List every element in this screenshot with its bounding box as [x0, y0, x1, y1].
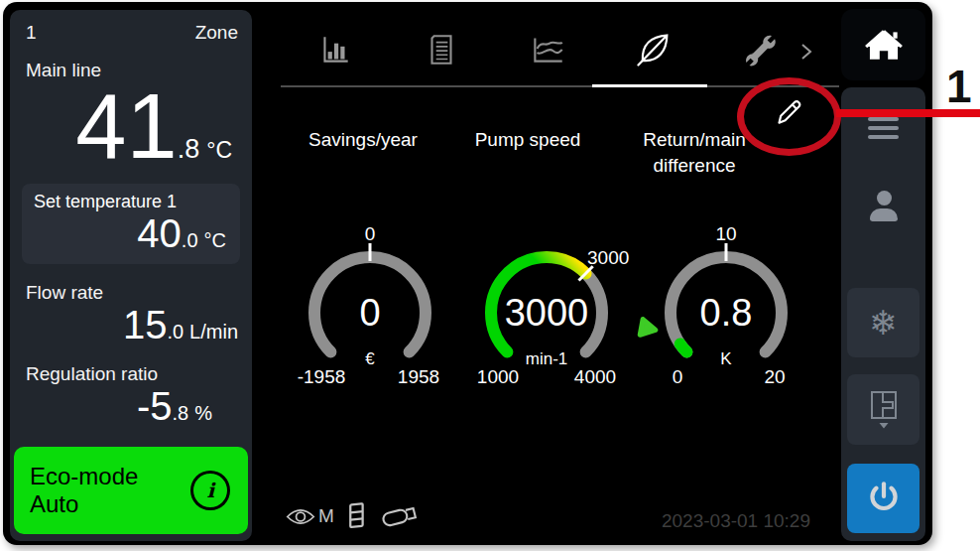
- main-line-dec: .8: [178, 134, 200, 165]
- chevron-right-icon: [799, 42, 813, 62]
- zones-button[interactable]: [847, 374, 919, 445]
- report-icon: [423, 31, 460, 69]
- main-line-value: 41 .8 °C: [26, 83, 238, 170]
- tab-report[interactable]: [422, 29, 461, 70]
- wrench-icon: [742, 32, 778, 68]
- eco-mode-button[interactable]: Eco-mode Auto i: [14, 447, 248, 534]
- regulation-ratio-int: -5: [137, 385, 173, 427]
- monitor-letter: M: [318, 505, 334, 527]
- regulation-ratio-value: -5 .8 %: [26, 385, 238, 427]
- tab-statistics[interactable]: [315, 29, 355, 70]
- gauge-pump-speed-value: 3000: [462, 292, 631, 335]
- zone-number: 1: [26, 22, 37, 44]
- gauge-pump-speed-marker-label: 3000: [587, 247, 629, 269]
- info-icon[interactable]: i: [190, 471, 230, 510]
- gauge-savings-max: 1958: [384, 366, 453, 388]
- chevron-down-icon: [879, 423, 888, 429]
- gauge-return-main-value: 0.8: [642, 292, 810, 335]
- gauge-pump-speed: 3000 3000 min-1 1000 4000: [462, 221, 631, 388]
- monitoring-indicator: M: [286, 505, 334, 527]
- menu-icon: [868, 117, 899, 121]
- tabs-more-chevron[interactable]: [799, 42, 815, 62]
- snowflake-icon: ❄: [869, 306, 898, 340]
- gauge-pump-speed-min: 1000: [463, 366, 533, 388]
- eco-mode-label: Eco-mode Auto: [30, 463, 190, 518]
- main-line-unit: °C: [206, 137, 232, 164]
- gauge-savings-min: -1958: [287, 366, 356, 388]
- main-line-int: 41: [75, 83, 177, 170]
- floor-plan-icon: [864, 388, 904, 432]
- gauge-return-main: 10 0.8 K 0 20: [642, 221, 810, 388]
- set-temperature-label: Set temperature 1: [34, 192, 230, 212]
- regulation-ratio-unit: %: [194, 402, 212, 425]
- set-temperature-dec: .0: [182, 229, 198, 252]
- gauge-title-savings: Savings/year: [269, 127, 457, 153]
- gauge-savings-value: 0: [286, 292, 454, 335]
- gauge-savings-top-tick-label: 0: [286, 223, 454, 245]
- tab-service[interactable]: [740, 29, 780, 70]
- person-icon: [877, 191, 892, 206]
- annotation-number: 1: [946, 60, 972, 113]
- power-icon: [863, 478, 905, 519]
- set-temperature-unit: °C: [204, 229, 226, 252]
- tab-eco[interactable]: [634, 29, 674, 70]
- annotation-circle: [737, 77, 841, 156]
- gauge-return-main-top-tick-label: 10: [642, 223, 810, 245]
- gauge-pump-speed-max: 4000: [560, 366, 630, 388]
- gauge-return-main-max: 20: [740, 366, 809, 388]
- flow-rate-unit: L/min: [189, 321, 238, 344]
- sidebar: ❄: [841, 87, 925, 541]
- cooling-mode-button[interactable]: ❄: [847, 288, 919, 357]
- user-button[interactable]: [869, 191, 899, 222]
- gauge-return-main-min: 0: [643, 366, 712, 388]
- gauge-title-pump-speed: Pump speed: [433, 127, 622, 153]
- status-icons-row: M: [286, 499, 422, 533]
- zone-label: Zone: [195, 22, 238, 44]
- regulation-ratio-label: Regulation ratio: [26, 363, 238, 385]
- bar-chart-icon: [316, 31, 354, 69]
- active-tab-indicator: [592, 84, 707, 87]
- home-icon: [863, 25, 905, 65]
- set-temperature-value: 40 .0 °C: [34, 212, 230, 254]
- regulation-ratio-dec: .8: [173, 402, 189, 425]
- set-temperature-int: 40: [137, 212, 182, 254]
- flow-rate-dec: .0: [167, 321, 184, 344]
- trend-chart-icon: [528, 31, 567, 69]
- screenshot-canvas: 1 Zone Main line 41 .8 °C Set temperatur…: [0, 0, 980, 551]
- set-temperature-card[interactable]: Set temperature 1 40 .0 °C: [22, 184, 240, 264]
- gauge-savings: 0 0 € -1958 1958: [286, 221, 454, 388]
- zone-panel: 1 Zone Main line 41 .8 °C Set temperatur…: [10, 10, 252, 541]
- menu-button[interactable]: [868, 117, 899, 139]
- usb-drive-icon: [380, 503, 422, 529]
- datetime-display: 2023-03-01 10:29: [592, 510, 810, 532]
- eco-leaf-icon: [634, 30, 674, 69]
- eye-icon: [286, 506, 315, 527]
- flow-rate-int: 15: [123, 304, 168, 345]
- flow-rate-label: Flow rate: [26, 282, 238, 304]
- home-button[interactable]: [841, 9, 925, 80]
- module-icon: [348, 501, 366, 531]
- power-button[interactable]: [847, 464, 919, 533]
- flow-rate-value: 15 .0 L/min: [26, 304, 238, 345]
- tab-trends[interactable]: [528, 29, 567, 70]
